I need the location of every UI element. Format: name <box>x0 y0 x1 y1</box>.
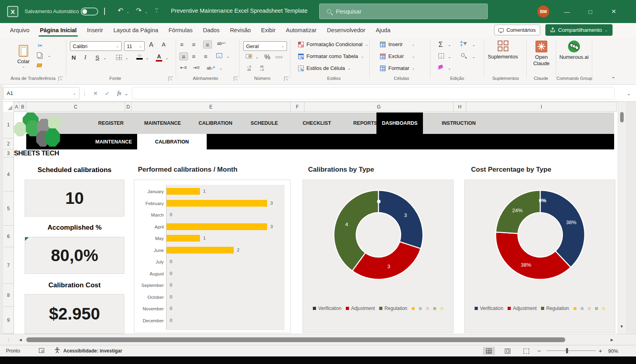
menu-tab-layout-da-p-gina[interactable]: Layout da Página <box>108 23 163 37</box>
enter-icon[interactable]: ✓ <box>103 87 112 99</box>
undo-icon[interactable]: ↶ <box>118 7 123 14</box>
decrease-font-icon[interactable]: Aˇ <box>162 41 167 48</box>
horizontal-scrollbar[interactable]: ⋮ ◄ ► <box>0 334 636 345</box>
vscroll-thumb[interactable] <box>620 112 624 122</box>
underline-button[interactable]: S <box>95 54 99 61</box>
donut-chart-calibrations[interactable]: 334VerificationAdjustmentRegulation <box>302 180 454 333</box>
legend-extra-swatch-icon[interactable] <box>574 307 576 310</box>
minimize-icon[interactable]: — <box>558 0 576 23</box>
copy-chevron-icon[interactable]: ⌄ <box>48 54 51 58</box>
excel-logo-icon[interactable]: X <box>7 6 18 17</box>
format-as-table-button[interactable]: Formatar como Tabela⌄ <box>298 53 364 59</box>
redo-chevron-icon[interactable]: ⌄ <box>145 10 148 14</box>
legend-item-verification[interactable]: Verification <box>313 306 341 311</box>
italic-button[interactable]: I <box>84 54 86 61</box>
column-header-F[interactable]: F <box>291 102 304 111</box>
page-break-view-icon[interactable] <box>520 347 532 355</box>
subnav-tab-calibration[interactable]: CALIBRATION <box>137 134 207 149</box>
scroll-right-icon[interactable]: ► <box>610 337 614 342</box>
legend-extra-swatch-icon[interactable] <box>426 307 429 310</box>
fx-chevron-icon[interactable]: ⌄ <box>124 87 129 99</box>
increase-indent-icon[interactable]: ⇥≡ <box>193 65 200 70</box>
menu-tab-p-gina-inicial[interactable]: Página Inicial <box>35 23 82 37</box>
align-right-icon[interactable]: ≡ <box>204 53 207 59</box>
name-box[interactable]: A1⌄ <box>3 87 80 99</box>
nav-tab-maintenance[interactable]: MAINTENANCE <box>144 112 181 134</box>
accessibility-status[interactable]: Acessibilidade: investigar <box>63 348 122 354</box>
conditional-formatting-button[interactable]: Formatação Condicional⌄ <box>298 41 368 47</box>
fill-down-icon[interactable]: ↓ <box>438 53 444 58</box>
zoom-slider-thumb[interactable] <box>566 348 568 353</box>
legend-item-verification[interactable]: Verification <box>475 306 503 311</box>
underline-chevron-icon[interactable]: ⌄ <box>103 56 107 60</box>
clipboard-dialog-launcher[interactable]: ↘ <box>58 77 63 81</box>
legend-extra-swatch-icon[interactable] <box>440 307 443 310</box>
comments-button[interactable]: Comentários <box>494 25 540 35</box>
legend-item-regulation[interactable]: Regulation <box>541 306 569 311</box>
bar-june[interactable] <box>167 247 234 254</box>
legend-extra-swatch-icon[interactable] <box>412 307 415 310</box>
undo-chevron-icon[interactable]: ⌄ <box>126 10 130 14</box>
fill-down-chevron-icon[interactable]: ⌄ <box>448 55 451 59</box>
cell-styles-button[interactable]: Estilos de Célula⌄ <box>298 65 351 71</box>
find-select-chevron-icon[interactable]: ⌄ <box>472 55 475 59</box>
row-header-5[interactable]: 5 <box>3 192 14 226</box>
column-header-H[interactable]: H <box>454 102 466 111</box>
donut-slice-adjustment[interactable] <box>496 232 571 279</box>
merge-center-icon[interactable]: ↔ <box>216 53 222 58</box>
autosum-chevron-icon[interactable]: ⌄ <box>448 43 451 47</box>
legend-extra-swatch-icon[interactable] <box>581 307 584 310</box>
column-header-C[interactable]: C <box>26 102 125 111</box>
legend-item-adjustment[interactable]: Adjustment <box>346 306 375 311</box>
format-cells-button[interactable]: Formatar⌄ <box>380 65 415 71</box>
donut-slice-verification[interactable] <box>378 190 423 249</box>
cancel-icon[interactable]: ✕ <box>91 87 100 99</box>
column-header-A[interactable]: A <box>14 102 19 111</box>
sort-filter-icon[interactable]: AZ <box>460 41 467 47</box>
legend-extra-swatch-icon[interactable] <box>588 307 591 310</box>
legend-extra-swatch-icon[interactable] <box>419 307 422 310</box>
bar-april[interactable] <box>167 223 267 230</box>
numerous-button[interactable]: Numerous.ai <box>559 41 589 60</box>
document-title[interactable]: Preventive Maintenance Excel Spreadsheet… <box>171 8 308 14</box>
kpi-card-cost[interactable]: $2.950 <box>25 294 124 334</box>
accessibility-icon[interactable] <box>54 347 60 354</box>
orientation-icon[interactable]: ab↗ <box>207 65 215 70</box>
font-color-chevron-icon[interactable]: ⌄ <box>165 56 169 60</box>
bar-may[interactable] <box>167 235 200 242</box>
donut-slice-adjustment[interactable] <box>352 242 421 279</box>
fill-color-icon[interactable] <box>136 54 143 60</box>
borders-chevron-icon[interactable]: ⌄ <box>125 56 128 60</box>
row-header-6[interactable]: 6 <box>3 226 14 247</box>
legend-item-regulation[interactable]: Regulation <box>379 306 407 311</box>
nav-tab-calibration[interactable]: CALIBRATION <box>198 112 232 134</box>
bar-february[interactable] <box>167 200 267 207</box>
legend-extra-swatch-icon[interactable] <box>602 307 605 310</box>
legend-extra-swatch-icon[interactable] <box>595 307 598 310</box>
number-format-select[interactable]: Geral⌄ <box>243 41 287 51</box>
select-all-corner[interactable] <box>3 102 14 111</box>
row-header-8[interactable]: 8 <box>3 284 14 307</box>
maximize-icon[interactable]: □ <box>581 0 599 23</box>
kpi-card-scheduled[interactable]: 10 <box>25 180 124 217</box>
menu-tab-desenvolvedor[interactable]: Desenvolvedor <box>322 23 370 37</box>
kpi-card-accomplished[interactable]: 80,0% <box>25 237 124 274</box>
vertical-scrollbar[interactable]: ▼ <box>618 102 626 334</box>
increase-font-icon[interactable]: Aˆ <box>149 41 154 48</box>
autosave-toggle[interactable] <box>81 8 98 15</box>
menu-tab-revis-o[interactable]: Revisão <box>225 23 256 37</box>
donut-chart-cost[interactable]: 38%38%24%0%VerificationAdjustmentRegulat… <box>464 180 615 333</box>
menu-tab-arquivo[interactable]: Arquivo <box>5 23 35 37</box>
page-layout-view-icon[interactable] <box>502 347 514 355</box>
avatar[interactable]: BM <box>537 6 549 17</box>
fill-color-chevron-icon[interactable]: ⌄ <box>146 56 149 60</box>
find-select-icon[interactable] <box>461 53 465 57</box>
font-color-icon[interactable]: A <box>156 53 162 62</box>
nav-tab-schedule[interactable]: SCHEDULE <box>251 112 278 134</box>
subnav-tab-maintenance[interactable]: MAINTENANCE <box>95 134 132 149</box>
row-header-3[interactable]: 3 <box>3 149 14 157</box>
font-size-select[interactable]: 11⌄ <box>124 41 145 51</box>
delete-cells-button[interactable]: Excluir⌄ <box>380 53 415 59</box>
row-header-7[interactable]: 7 <box>3 247 14 284</box>
align-bottom-icon[interactable]: ≡ <box>203 41 212 48</box>
